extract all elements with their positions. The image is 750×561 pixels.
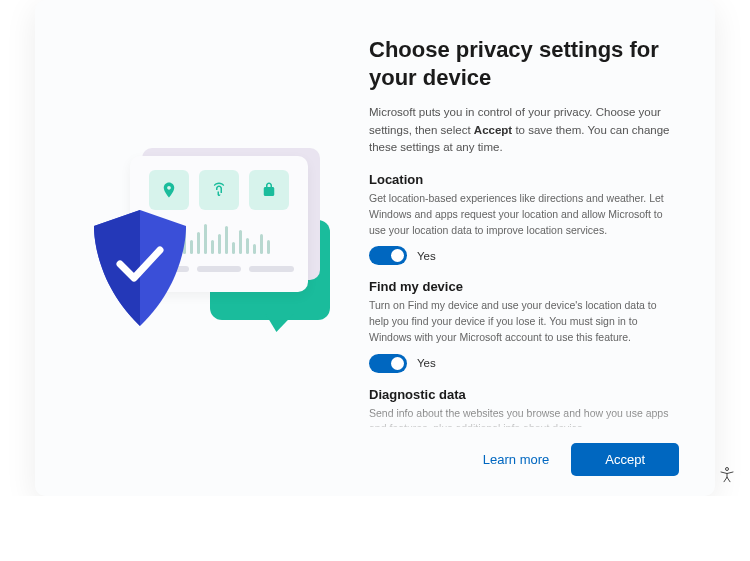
svg-point-0	[726, 468, 729, 471]
setting-description: Send info about the websites you browse …	[369, 406, 679, 427]
find-my-device-toggle[interactable]	[369, 354, 407, 373]
chat-bubble-tail	[262, 314, 293, 332]
setting-diagnostic-data: Diagnostic data Send info about the webs…	[369, 387, 679, 427]
fingerprint-icon	[199, 170, 239, 210]
accept-button[interactable]: Accept	[571, 443, 679, 476]
page-title: Choose privacy settings for your device	[369, 36, 679, 92]
setting-description: Get location-based experiences like dire…	[369, 191, 679, 238]
text-column: Choose privacy settings for your device …	[369, 36, 679, 427]
settings-scroll-area[interactable]: Location Get location-based experiences …	[369, 172, 679, 427]
shield-check-icon	[90, 210, 190, 330]
setting-title: Location	[369, 172, 679, 187]
toggle-label: Yes	[417, 357, 436, 369]
setting-description: Turn on Find my device and use your devi…	[369, 298, 679, 345]
page-subtitle: Microsoft puts you in control of your pr…	[369, 104, 679, 156]
privacy-settings-dialog: Choose privacy settings for your device …	[35, 0, 715, 496]
subtitle-strong: Accept	[474, 124, 512, 136]
accessibility-icon[interactable]	[718, 466, 736, 488]
toggle-label: Yes	[417, 250, 436, 262]
setting-location: Location Get location-based experiences …	[369, 172, 679, 265]
setting-find-my-device: Find my device Turn on Find my device an…	[369, 279, 679, 372]
learn-more-button[interactable]: Learn more	[483, 452, 549, 467]
illustration	[71, 66, 341, 427]
location-pin-icon	[149, 170, 189, 210]
location-toggle[interactable]	[369, 246, 407, 265]
dialog-footer: Learn more Accept	[35, 427, 715, 496]
setting-title: Find my device	[369, 279, 679, 294]
lock-icon	[249, 170, 289, 210]
content-row: Choose privacy settings for your device …	[35, 0, 715, 427]
setting-title: Diagnostic data	[369, 387, 679, 402]
